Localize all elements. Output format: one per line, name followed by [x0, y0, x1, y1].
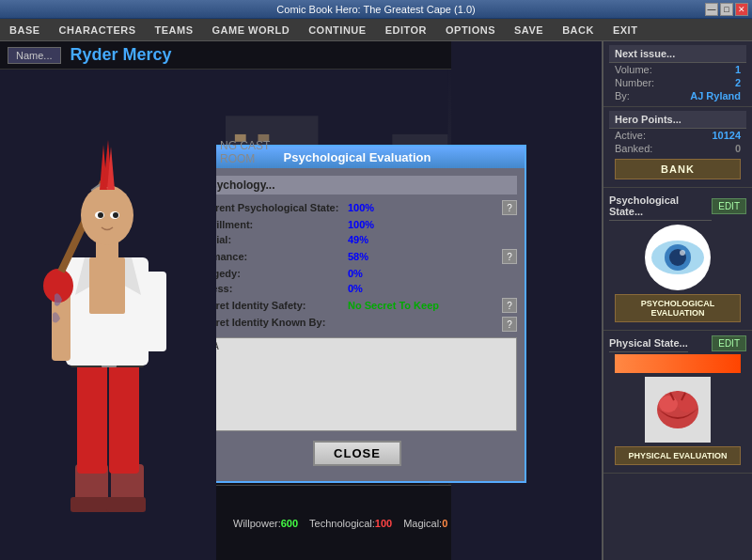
volume-row: Volume: 1 [609, 63, 746, 76]
by-row: By: AJ Ryland [609, 89, 746, 102]
edit-phys-button[interactable]: EDIT [712, 335, 746, 351]
menu-exit[interactable]: EXIT [603, 19, 647, 40]
svg-rect-29 [106, 497, 146, 512]
magical-value: 0 [442, 518, 447, 529]
volume-label: Volume: [615, 64, 652, 75]
bank-button[interactable]: BANK [615, 159, 741, 179]
phys-eval-button[interactable]: PHYSICAL EVALUATION [615, 446, 741, 465]
modal-known-label: Secret Identity Known By: [197, 317, 348, 328]
tech-row: Technological: 100 [304, 517, 398, 530]
svg-rect-37 [89, 257, 125, 314]
modal-row-known: Secret Identity Known By: ? [197, 315, 517, 334]
modal-row-3: Romance: 58% ? [197, 247, 517, 266]
modal-row-0: Current Psychological State: 100% ? [197, 198, 517, 217]
willpower-label: Willpower: [233, 518, 281, 529]
modal-secret-label: Secret Identity Safety: [197, 300, 348, 311]
main-area: Name... Ryder Mercy [0, 41, 752, 560]
right-sidebar: Next issue... Volume: 1 Number: 2 By: AJ… [602, 41, 752, 560]
minimize-button[interactable]: — [705, 3, 718, 16]
psych-modal: Psychological Evaluation Psychology... C… [188, 145, 526, 483]
modal-row-2: Social: 49% [197, 232, 517, 247]
svg-point-58 [678, 396, 697, 412]
modal-row-5-label: Stress: [197, 283, 348, 294]
cast-area: NG CAST ROOM [216, 135, 442, 169]
menu-options[interactable]: OPTIONS [436, 19, 505, 40]
tech-label: Technological: [309, 518, 375, 529]
svg-rect-30 [77, 361, 107, 474]
menu-game-world[interactable]: GAME WORLD [203, 19, 300, 40]
hero-points-section: Hero Points... Active: 10124 Banked: 0 B… [603, 107, 752, 188]
svg-point-55 [680, 250, 685, 256]
known-by-textarea[interactable]: N/A [197, 337, 517, 431]
active-row: Active: 10124 [609, 129, 746, 142]
modal-secret-help[interactable]: ? [502, 298, 517, 313]
menu-teams[interactable]: TEAMS [146, 19, 203, 40]
willpower-value: 600 [281, 518, 298, 529]
modal-row-4: Tragedy: 0% [197, 266, 517, 281]
volume-value: 1 [735, 64, 741, 75]
next-issue-section: Next issue... Volume: 1 Number: 2 By: AJ… [603, 41, 752, 107]
by-value: AJ Ryland [690, 90, 741, 101]
modal-row-0-value: 100% [348, 202, 498, 213]
menu-bar: BASE CHARACTERS TEAMS GAME WORLD CONTINU… [0, 19, 752, 41]
left-panel: Name... Ryder Mercy [0, 41, 602, 560]
modal-body: Psychology... Current Psychological Stat… [190, 168, 525, 481]
modal-row-3-label: Romance: [197, 251, 348, 262]
window-title: Comic Book Hero: The Greatest Cape (1.0) [276, 4, 475, 15]
psych-eval-button[interactable]: PSYCHOLOGICAL EVALUATION [615, 294, 741, 322]
character-area [0, 70, 216, 560]
svg-point-50 [98, 212, 103, 218]
modal-close-button[interactable]: CLOSE [313, 441, 401, 466]
modal-row-secret: Secret Identity Safety: No Secret To Kee… [197, 296, 517, 315]
banked-value: 0 [735, 143, 741, 154]
number-value: 2 [735, 77, 741, 88]
modal-row-0-label: Current Psychological State: [197, 202, 348, 213]
menu-back[interactable]: BACK [553, 19, 603, 40]
banked-label: Banked: [615, 143, 652, 154]
svg-point-51 [113, 212, 118, 218]
close-button[interactable]: ✕ [735, 3, 748, 16]
cast-label: NG CAST [220, 139, 438, 152]
edit-psych-button[interactable]: EDIT [712, 198, 746, 214]
magical-label: Magical: [403, 518, 442, 529]
active-label: Active: [615, 130, 646, 141]
name-button[interactable]: Name... [8, 47, 61, 64]
menu-characters[interactable]: CHARACTERS [50, 19, 146, 40]
modal-row-5-value: 0% [348, 283, 517, 294]
svg-point-57 [659, 396, 678, 412]
phys-state-section: Physical State... EDIT PHYS [603, 331, 752, 474]
magical-row: Magical: 0 [398, 517, 453, 530]
phys-state-label: Physical State... [609, 334, 688, 352]
maximize-button[interactable]: □ [720, 3, 733, 16]
svg-rect-39 [146, 272, 166, 351]
modal-row-3-value: 58% [348, 251, 498, 262]
menu-continue[interactable]: CONTINUE [299, 19, 375, 40]
next-issue-label: Next issue... [609, 45, 746, 63]
menu-editor[interactable]: EDITOR [376, 19, 436, 40]
modal-row-0-help[interactable]: ? [502, 200, 517, 215]
hero-points-label: Hero Points... [609, 111, 746, 129]
willpower-row: Willpower: 600 [227, 517, 304, 530]
modal-section-label: Psychology... [197, 176, 517, 194]
modal-row-2-value: 49% [348, 234, 517, 245]
modal-row-4-label: Tragedy: [197, 268, 348, 279]
modal-row-3-help[interactable]: ? [502, 249, 517, 264]
modal-row-1: Fulfillment: 100% [197, 217, 517, 232]
banked-row: Banked: 0 [609, 142, 746, 155]
psych-state-section: Psychological State... EDIT PSYCHOLOGICA… [603, 188, 752, 331]
modal-row-1-label: Fulfillment: [197, 219, 348, 230]
svg-rect-31 [109, 361, 139, 474]
modal-row-5: Stress: 0% [197, 281, 517, 296]
menu-save[interactable]: SAVE [505, 19, 553, 40]
bottom-stats-area: Willpower: 600 Technological: 100 Magica… [216, 485, 451, 560]
character-name: Ryder Mercy [70, 45, 172, 65]
number-row: Number: 2 [609, 76, 746, 89]
modal-known-help[interactable]: ? [502, 317, 517, 332]
menu-base[interactable]: BASE [0, 19, 50, 40]
modal-row-4-value: 0% [348, 268, 517, 279]
eye-icon-container [645, 225, 711, 290]
modal-row-1-value: 100% [348, 219, 517, 230]
by-label: By: [615, 90, 630, 101]
modal-secret-value: No Secret To Keep [348, 300, 498, 311]
number-label: Number: [615, 77, 654, 88]
